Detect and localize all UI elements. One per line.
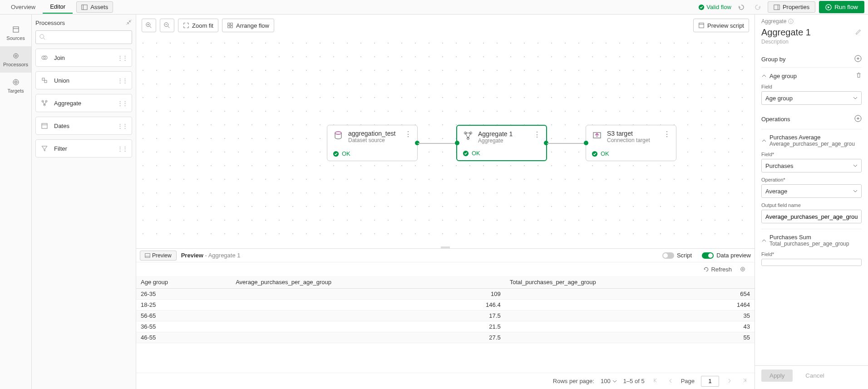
tab-editor[interactable]: Editor <box>43 0 73 14</box>
table-cell: 109 <box>231 289 505 300</box>
refresh-button[interactable]: Refresh <box>703 266 732 273</box>
cancel-button[interactable]: Cancel <box>797 369 833 382</box>
processor-label: Union <box>54 77 69 84</box>
properties-button[interactable]: Properties <box>768 1 815 13</box>
svg-rect-0 <box>82 5 87 10</box>
svg-point-39 <box>335 132 341 134</box>
processor-item-dates[interactable]: Dates⋮⋮ <box>35 117 132 135</box>
sidebar-item-targets[interactable]: Targets <box>0 73 31 99</box>
processor-item-union[interactable]: Union⋮⋮ <box>35 71 132 89</box>
drag-handle-icon[interactable]: ⋮⋮ <box>117 54 127 61</box>
drag-handle-icon[interactable]: ⋮⋮ <box>117 100 127 107</box>
preview-toggle-button[interactable]: Preview <box>140 251 177 261</box>
delete-groupby-button[interactable] <box>856 72 862 79</box>
node-title: Aggregate 1 <box>478 130 513 138</box>
op-output-input[interactable] <box>761 210 862 223</box>
drag-handle-icon[interactable]: ⋮⋮ <box>117 145 127 152</box>
page-input[interactable] <box>701 376 719 387</box>
node-status: OK <box>333 150 350 157</box>
settings-button[interactable] <box>736 263 749 276</box>
zoom-out-button[interactable] <box>160 19 174 32</box>
processor-item-filter[interactable]: Filter⋮⋮ <box>35 139 132 158</box>
check-circle-icon <box>333 151 339 157</box>
node-menu-button[interactable]: ⋮ <box>404 130 412 138</box>
column-header[interactable]: Total_purchases_per_age_group <box>505 276 755 289</box>
table-cell: 18-25 <box>136 300 231 310</box>
search-input[interactable] <box>35 30 132 44</box>
preview-script-button[interactable]: Preview script <box>693 19 749 32</box>
drag-handle-icon[interactable]: ⋮⋮ <box>117 77 127 84</box>
op-field-select[interactable]: Purchases <box>761 159 862 172</box>
flow-node-0[interactable]: aggregation_testDataset source⋮OK <box>327 125 418 161</box>
tab-overview[interactable]: Overview <box>4 1 43 13</box>
next-page-button[interactable] <box>725 377 734 385</box>
apply-button[interactable]: Apply <box>761 369 793 382</box>
page-label: Page <box>681 378 695 384</box>
flow-canvas[interactable]: aggregation_testDataset source⋮OKAggrega… <box>136 36 755 246</box>
collapse-icon[interactable] <box>126 19 132 27</box>
sidebar-item-processors[interactable]: Processors <box>0 46 31 73</box>
first-page-button[interactable] <box>651 377 660 385</box>
edit-button[interactable] <box>855 29 862 36</box>
description-placeholder[interactable]: Description <box>761 39 862 45</box>
footer-actions: Apply Cancel <box>755 365 868 385</box>
input-port[interactable] <box>455 141 459 145</box>
table-cell: 27.5 <box>231 332 505 343</box>
panel-icon <box>145 253 150 258</box>
table-cell: 56-65 <box>136 310 231 321</box>
node-menu-button[interactable]: ⋮ <box>533 130 541 139</box>
search-field[interactable] <box>46 34 128 41</box>
zoom-fit-button[interactable]: Zoom fit <box>178 19 218 32</box>
arrange-flow-button[interactable]: Arrange flow <box>222 19 274 32</box>
add-groupby-button[interactable] <box>854 55 862 64</box>
assets-label: Assets <box>90 4 108 10</box>
canvas-toolbar: Zoom fit Arrange flow Preview script <box>136 15 755 36</box>
processor-item-join[interactable]: Join⋮⋮ <box>35 49 132 67</box>
flow-node-2[interactable]: S3 targetConnection target⋮OK <box>586 125 676 161</box>
groupby-field-select[interactable]: Age group <box>761 91 862 105</box>
op-operation-select[interactable]: Average <box>761 184 862 198</box>
data-preview-toggle[interactable]: Data preview <box>702 252 751 259</box>
flow-node-1[interactable]: Aggregate 1Aggregate⋮OK <box>456 125 547 161</box>
script-toggle[interactable]: Script <box>662 252 692 259</box>
processor-label: Aggregate <box>54 100 81 107</box>
run-flow-button[interactable]: Run flow <box>819 1 864 13</box>
table-row: 26-35109654 <box>136 289 755 300</box>
assets-button[interactable]: Assets <box>76 1 113 13</box>
prev-page-button[interactable] <box>666 377 675 385</box>
svg-rect-33 <box>228 23 230 25</box>
processor-label: Dates <box>54 123 69 129</box>
operation-subtitle: Total_purchases_per_age_group <box>769 241 849 247</box>
add-operation-button[interactable] <box>854 115 862 123</box>
redo-button[interactable] <box>751 1 764 14</box>
info-icon[interactable]: i <box>788 19 794 24</box>
refresh-icon <box>703 266 709 272</box>
dates-icon <box>40 122 49 130</box>
op-field-select-1[interactable] <box>761 259 862 266</box>
chevron-up-icon[interactable] <box>761 138 767 143</box>
table-cell: 146.4 <box>231 300 505 310</box>
column-header[interactable]: Age group <box>136 276 231 289</box>
union-icon <box>40 76 49 84</box>
drag-handle-icon[interactable]: ⋮⋮ <box>117 123 127 129</box>
input-port[interactable] <box>584 141 588 145</box>
check-circle-icon <box>698 4 705 10</box>
column-header[interactable]: Average_purchases_per_age_group <box>231 276 505 289</box>
zoom-in-button[interactable] <box>142 19 156 32</box>
chevron-up-icon[interactable] <box>761 73 767 79</box>
chevron-up-icon[interactable] <box>761 238 767 243</box>
last-page-button[interactable] <box>740 377 749 385</box>
processor-item-aggregate[interactable]: Aggregate⋮⋮ <box>35 94 132 112</box>
field-label: Field <box>761 84 862 89</box>
svg-line-44 <box>465 133 468 138</box>
node-menu-button[interactable]: ⋮ <box>663 130 671 138</box>
panel-icon <box>774 4 780 10</box>
svg-rect-52 <box>145 253 150 257</box>
table-row: 36-5521.543 <box>136 321 755 332</box>
preview-panel: Preview Preview - Aggregate 1 Script Dat… <box>136 248 755 389</box>
redo-icon <box>754 4 761 11</box>
processors-title: Processors <box>35 20 65 26</box>
undo-button[interactable] <box>735 1 748 14</box>
rows-per-page-select[interactable]: 100 <box>601 378 617 384</box>
sidebar-item-sources[interactable]: Sources <box>0 20 31 46</box>
